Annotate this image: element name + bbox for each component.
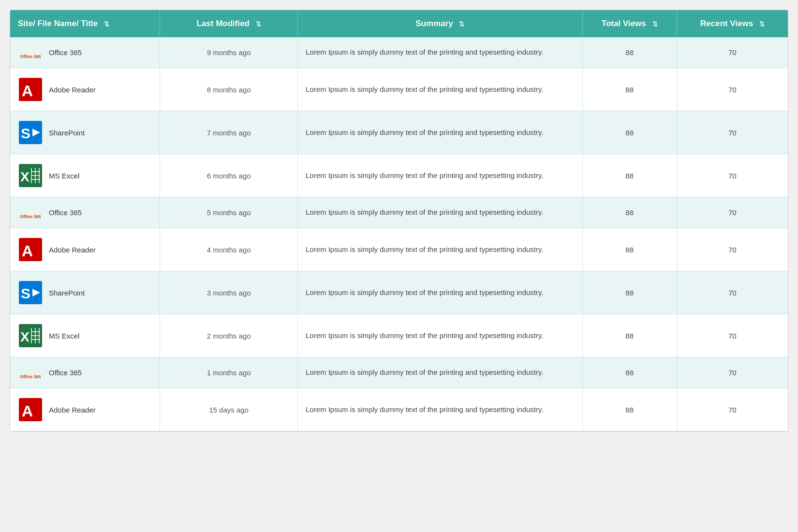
data-table: Site/ File Name/ Title ⇅ Last Modified ⇅… — [10, 10, 788, 431]
icon-office365: Office 365 — [18, 206, 43, 219]
cell-name: A Adobe Reader — [10, 388, 160, 431]
cell-recent-views: 70 — [677, 68, 788, 111]
main-table-wrapper: Site/ File Name/ Title ⇅ Last Modified ⇅… — [10, 10, 788, 432]
cell-summary: Lorem Ipsum is simply dummy text of the … — [297, 388, 582, 431]
cell-name: A Adobe Reader — [10, 228, 160, 271]
app-name: SharePoint — [49, 289, 85, 297]
table-row: A Adobe Reader15 days agoLorem Ipsum is … — [10, 388, 788, 431]
icon-adobe: A — [18, 237, 43, 262]
icon-adobe: A — [18, 397, 43, 422]
svg-text:X: X — [20, 329, 30, 344]
cell-name: S SharePoint — [10, 271, 160, 314]
icon-sharepoint: S — [18, 280, 43, 305]
table-row: Office 365Office 3659 months agoLorem Ip… — [10, 37, 788, 68]
cell-summary: Lorem Ipsum is simply dummy text of the … — [297, 68, 582, 111]
app-name: Office 365 — [49, 48, 82, 57]
cell-name: A Adobe Reader — [10, 68, 160, 111]
svg-text:A: A — [22, 82, 33, 100]
cell-modified: 4 months ago — [160, 228, 298, 271]
cell-recent-views: 70 — [677, 228, 788, 271]
cell-summary: Lorem Ipsum is simply dummy text of the … — [297, 271, 582, 314]
col-header-total[interactable]: Total Views ⇅ — [582, 10, 677, 37]
cell-name: X MS Excel — [10, 314, 160, 357]
cell-summary: Lorem Ipsum is simply dummy text of the … — [297, 228, 582, 271]
app-name: MS Excel — [49, 332, 79, 340]
cell-total-views: 88 — [582, 111, 677, 154]
cell-modified: 15 days ago — [160, 388, 298, 431]
cell-total-views: 88 — [582, 228, 677, 271]
table-header-row: Site/ File Name/ Title ⇅ Last Modified ⇅… — [10, 10, 788, 37]
table-row: S SharePoint7 months agoLorem Ipsum is s… — [10, 111, 788, 154]
cell-total-views: 88 — [582, 154, 677, 197]
cell-summary: Lorem Ipsum is simply dummy text of the … — [297, 111, 582, 154]
cell-recent-views: 70 — [677, 388, 788, 431]
cell-total-views: 88 — [582, 357, 677, 388]
svg-text:S: S — [21, 125, 30, 141]
app-name: Office 365 — [49, 208, 82, 217]
table-row: Office 365Office 3655 months agoLorem Ip… — [10, 197, 788, 228]
table-row: Office 365Office 3651 months agoLorem Ip… — [10, 357, 788, 388]
icon-excel: X — [18, 163, 43, 188]
cell-recent-views: 70 — [677, 197, 788, 228]
cell-recent-views: 70 — [677, 154, 788, 197]
cell-name: X MS Excel — [10, 154, 160, 197]
table-row: A Adobe Reader4 months agoLorem Ipsum is… — [10, 228, 788, 271]
cell-total-views: 88 — [582, 68, 677, 111]
table-row: A Adobe Reader8 months agoLorem Ipsum is… — [10, 68, 788, 111]
sort-icon-summary: ⇅ — [459, 20, 464, 28]
cell-summary: Lorem Ipsum is simply dummy text of the … — [297, 37, 582, 68]
cell-recent-views: 70 — [677, 357, 788, 388]
icon-excel: X — [18, 323, 43, 348]
sort-icon-total: ⇅ — [652, 20, 658, 28]
icon-sharepoint: S — [18, 120, 43, 145]
cell-total-views: 88 — [582, 388, 677, 431]
cell-recent-views: 70 — [677, 271, 788, 314]
icon-adobe: A — [18, 77, 43, 102]
col-header-recent[interactable]: Recent Views ⇅ — [677, 10, 788, 37]
cell-modified: 3 months ago — [160, 271, 298, 314]
icon-office365: Office 365 — [18, 366, 43, 379]
cell-recent-views: 70 — [677, 314, 788, 357]
table-row: X MS Excel6 months agoLorem Ipsum is sim… — [10, 154, 788, 197]
svg-text:A: A — [22, 242, 33, 260]
col-header-modified[interactable]: Last Modified ⇅ — [160, 10, 298, 37]
cell-name: Office 365Office 365 — [10, 37, 160, 68]
cell-modified: 9 months ago — [160, 37, 298, 68]
app-name: Adobe Reader — [49, 246, 96, 254]
cell-summary: Lorem Ipsum is simply dummy text of the … — [297, 197, 582, 228]
cell-modified: 5 months ago — [160, 197, 298, 228]
cell-summary: Lorem Ipsum is simply dummy text of the … — [297, 357, 582, 388]
sort-icon-modified: ⇅ — [256, 20, 261, 28]
cell-modified: 8 months ago — [160, 68, 298, 111]
cell-name: Office 365Office 365 — [10, 197, 160, 228]
app-name: MS Excel — [49, 172, 79, 180]
cell-modified: 6 months ago — [160, 154, 298, 197]
icon-office365: Office 365 — [18, 46, 43, 59]
cell-name: Office 365Office 365 — [10, 357, 160, 388]
app-name: Adobe Reader — [49, 406, 96, 414]
cell-recent-views: 70 — [677, 111, 788, 154]
sort-icon-name: ⇅ — [104, 20, 109, 28]
cell-name: S SharePoint — [10, 111, 160, 154]
col-header-name[interactable]: Site/ File Name/ Title ⇅ — [10, 10, 160, 37]
cell-total-views: 88 — [582, 271, 677, 314]
cell-summary: Lorem Ipsum is simply dummy text of the … — [297, 154, 582, 197]
col-header-summary[interactable]: Summary ⇅ — [297, 10, 582, 37]
svg-text:X: X — [20, 169, 30, 184]
app-name: SharePoint — [49, 129, 85, 137]
cell-modified: 7 months ago — [160, 111, 298, 154]
cell-total-views: 88 — [582, 197, 677, 228]
app-name: Adobe Reader — [49, 86, 96, 94]
svg-text:S: S — [21, 285, 30, 301]
sort-icon-recent: ⇅ — [759, 20, 765, 28]
app-name: Office 365 — [49, 369, 82, 377]
cell-total-views: 88 — [582, 314, 677, 357]
svg-text:A: A — [22, 402, 33, 420]
table-body: Office 365Office 3659 months agoLorem Ip… — [10, 37, 788, 431]
cell-modified: 2 months ago — [160, 314, 298, 357]
cell-modified: 1 months ago — [160, 357, 298, 388]
cell-recent-views: 70 — [677, 37, 788, 68]
cell-total-views: 88 — [582, 37, 677, 68]
cell-summary: Lorem Ipsum is simply dummy text of the … — [297, 314, 582, 357]
table-row: X MS Excel2 months agoLorem Ipsum is sim… — [10, 314, 788, 357]
